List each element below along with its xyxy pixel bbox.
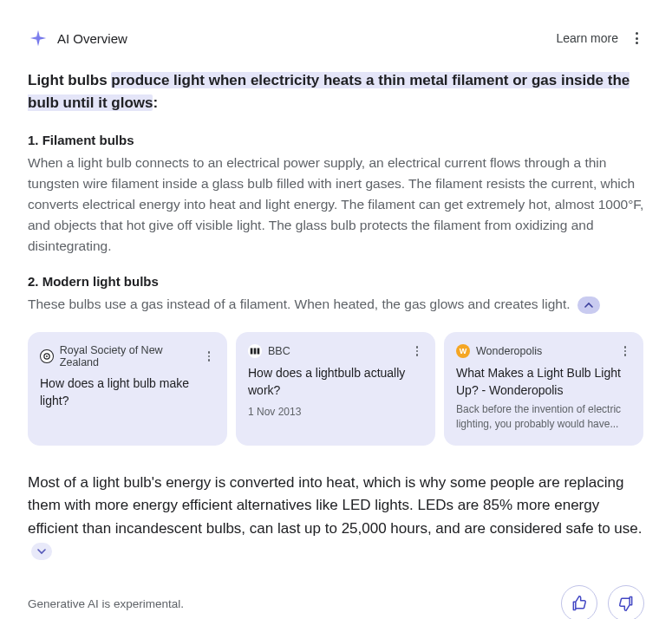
svg-rect-4 bbox=[258, 349, 260, 355]
source-card[interactable]: Royal Society of New Zealand How does a … bbox=[28, 332, 227, 446]
section-body-text: These bulbs use a gas instead of a filam… bbox=[28, 296, 571, 311]
source-name: BBC bbox=[268, 345, 290, 357]
intro-prefix: Light bulbs bbox=[28, 72, 111, 88]
favicon-icon bbox=[248, 344, 262, 358]
source-name: Wonderopolis bbox=[476, 345, 542, 357]
thumbs-up-button[interactable] bbox=[561, 585, 597, 619]
thumbs-down-button[interactable] bbox=[608, 585, 644, 619]
svg-rect-2 bbox=[251, 349, 253, 355]
section-title: 2. Modern light bulbs bbox=[28, 274, 644, 289]
card-date: 1 Nov 2013 bbox=[248, 406, 423, 418]
card-header: BBC bbox=[248, 344, 423, 358]
card-title: How does a lightbulb actually work? bbox=[248, 365, 423, 399]
card-snippet: Back before the invention of electric li… bbox=[456, 402, 631, 432]
more-menu-icon[interactable] bbox=[629, 30, 644, 46]
header-left: AI Overview bbox=[28, 28, 127, 49]
disclaimer: Generative AI is experimental. bbox=[28, 597, 184, 610]
section-title: 1. Filament bulbs bbox=[28, 133, 644, 147]
feedback-buttons bbox=[561, 585, 644, 619]
card-header: Royal Society of New Zealand bbox=[40, 344, 215, 368]
card-source: Royal Society of New Zealand bbox=[40, 344, 203, 368]
learn-more-link[interactable]: Learn more bbox=[556, 31, 618, 45]
section-body: These bulbs use a gas instead of a filam… bbox=[28, 294, 644, 315]
source-name: Royal Society of New Zealand bbox=[60, 344, 203, 368]
paragraph-2-text: Most of a light bulb's energy is convert… bbox=[28, 474, 643, 537]
card-title: How does a light bulb make light? bbox=[40, 375, 215, 409]
svg-rect-3 bbox=[254, 349, 257, 355]
card-menu-icon[interactable] bbox=[619, 345, 631, 357]
favicon-icon: W bbox=[456, 344, 470, 358]
header-title: AI Overview bbox=[57, 31, 127, 46]
source-card[interactable]: W Wonderopolis What Makes a Light Bulb L… bbox=[444, 332, 643, 446]
paragraph-2: Most of a light bulb's energy is convert… bbox=[28, 472, 644, 563]
card-menu-icon[interactable] bbox=[411, 345, 423, 357]
collapse-button[interactable] bbox=[577, 296, 600, 314]
source-cards: Royal Society of New Zealand How does a … bbox=[28, 332, 644, 446]
intro-colon: : bbox=[153, 94, 158, 111]
favicon-icon bbox=[40, 349, 54, 363]
header: AI Overview Learn more bbox=[28, 28, 644, 49]
source-card[interactable]: BBC How does a lightbulb actually work? … bbox=[236, 332, 435, 446]
card-header: W Wonderopolis bbox=[456, 344, 631, 358]
sparkle-icon bbox=[28, 28, 49, 49]
expand-button[interactable] bbox=[31, 543, 52, 560]
card-title: What Makes a Light Bulb Light Up? - Wond… bbox=[456, 365, 631, 399]
svg-point-1 bbox=[46, 355, 48, 357]
card-source: BBC bbox=[248, 344, 290, 358]
intro-text: Light bulbs produce light when electrici… bbox=[28, 69, 644, 114]
section-2: 2. Modern light bulbs These bulbs use a … bbox=[28, 274, 644, 315]
section-body: When a light bulb connects to an electri… bbox=[28, 153, 644, 257]
intro-highlight: produce light when electricity heats a t… bbox=[28, 72, 630, 111]
card-menu-icon[interactable] bbox=[203, 350, 215, 362]
card-source: W Wonderopolis bbox=[456, 344, 542, 358]
ai-overview-panel: AI Overview Learn more Light bulbs produ… bbox=[0, 0, 672, 619]
footer: Generative AI is experimental. bbox=[28, 585, 644, 619]
header-right: Learn more bbox=[556, 30, 644, 46]
section-1: 1. Filament bulbs When a light bulb conn… bbox=[28, 133, 644, 257]
